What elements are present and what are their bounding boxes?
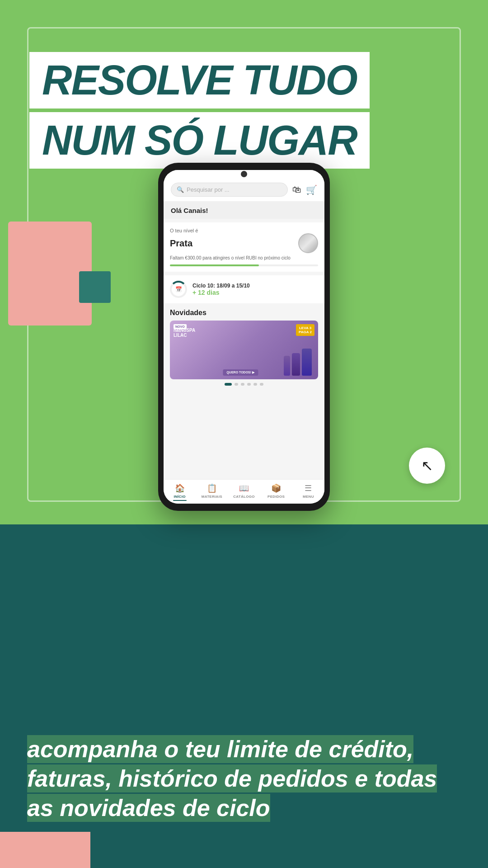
nav-item-menu[interactable]: ☰ MENU	[296, 483, 320, 499]
home-icon: 🏠	[175, 483, 185, 493]
pedidos-icon: 📦	[271, 483, 281, 493]
phone-screen: 🔍 Pesquisar por ... 🛍 🛒 Olá Canais! O te…	[164, 170, 324, 504]
nav-label-menu: MENU	[303, 495, 314, 499]
phone-mockup: 🔍 Pesquisar por ... 🛍 🛒 Olá Canais! O te…	[158, 163, 330, 511]
progress-bar-container	[170, 264, 318, 266]
level-name: Prata	[170, 238, 192, 249]
product-bottle-1	[284, 356, 290, 376]
promo-brand: natNoSPALILAC	[174, 328, 195, 338]
cursor-button[interactable]: ↖	[409, 448, 445, 484]
headline-line1: RESOLVE TUDO	[29, 52, 370, 108]
nav-item-materiais[interactable]: 📋 MATERIAIS	[200, 483, 224, 499]
dot-6[interactable]	[260, 383, 263, 386]
materiais-icon: 📋	[207, 483, 217, 493]
bottom-nav: 🏠 INÍCIO 📋 MATERIAIS 📖 CATÁLOGO 📦 PEDIDO…	[164, 479, 324, 504]
promo-products	[284, 349, 312, 376]
cycle-days: + 12 dias	[192, 289, 250, 296]
level-row: Prata	[170, 233, 318, 253]
nav-underline	[173, 500, 187, 501]
cycle-inner-icon: 📅	[175, 286, 182, 292]
dot-2[interactable]	[235, 383, 238, 386]
promo-leva: LEVA 3PAGA 2	[296, 324, 314, 336]
cycle-card: 📅 Ciclo 10: 18/09 a 15/10 + 12 dias	[164, 275, 324, 303]
phone-body: Olá Canais! O teu nível é Prata Faltam €…	[164, 201, 324, 479]
product-bottle-2	[292, 353, 300, 376]
dot-4[interactable]	[247, 383, 251, 386]
bottom-text: acompanha o teu limite de crédito, fatur…	[27, 735, 461, 823]
menu-icon: ☰	[305, 483, 312, 493]
nav-label-materiais: MATERIAIS	[202, 495, 222, 499]
search-icon: 🔍	[177, 186, 184, 193]
novidades-title: Novidades	[170, 309, 318, 317]
phone-camera	[241, 171, 247, 177]
phone-outer: 🔍 Pesquisar por ... 🛍 🛒 Olá Canais! O te…	[158, 163, 330, 511]
dot-3[interactable]	[241, 383, 244, 386]
novidades-section: Novidades NOVO natNoSPALILAC LEVA 3PAGA …	[164, 303, 324, 390]
bottom-text-container: acompanha o teu limite de crédito, fatur…	[27, 735, 461, 823]
cart-icon[interactable]: 🛒	[306, 184, 317, 195]
level-description: Faltam €300.00 para atingires o nível RU…	[170, 255, 318, 261]
dot-1[interactable]	[225, 383, 232, 386]
cycle-ring-icon: 📅	[170, 281, 187, 298]
greeting-text: Olá Canais!	[171, 207, 317, 214]
level-label: O teu nível é	[170, 228, 318, 233]
promo-cta[interactable]: QUERO TODOS! ▶	[223, 369, 258, 376]
cursor-icon: ↖	[421, 457, 433, 474]
greeting-section: Olá Canais!	[164, 201, 324, 219]
dot-5[interactable]	[253, 383, 257, 386]
cycle-dates: Ciclo 10: 18/09 a 15/10	[192, 283, 250, 289]
wishlist-icon[interactable]: 🛍	[292, 184, 301, 195]
deco-teal-rectangle	[79, 271, 111, 303]
deco-bottom-pink-rectangle	[0, 832, 90, 868]
headline-line2: NUM SÓ LUGAR	[29, 112, 370, 169]
level-badge-icon	[298, 233, 318, 253]
nav-label-pedidos: PEDIDOS	[267, 495, 285, 499]
product-bottle-3	[302, 349, 312, 376]
promo-banner[interactable]: NOVO natNoSPALILAC LEVA 3PAGA 2 QUERO TO…	[170, 321, 318, 379]
nav-label-inicio: INÍCIO	[174, 495, 185, 499]
nav-item-pedidos[interactable]: 📦 PEDIDOS	[264, 483, 288, 499]
headline-text-1: RESOLVE TUDO	[42, 57, 357, 103]
cycle-info: Ciclo 10: 18/09 a 15/10 + 12 dias	[192, 283, 250, 296]
search-placeholder: Pesquisar por ...	[187, 186, 230, 193]
nav-item-catalogo[interactable]: 📖 CATÁLOGO	[232, 483, 256, 499]
headline-text-2: NUM SÓ LUGAR	[42, 117, 357, 163]
dots-container	[170, 383, 318, 387]
level-card: O teu nível é Prata Faltam €300.00 para …	[164, 222, 324, 272]
nav-label-catalogo: CATÁLOGO	[233, 495, 255, 499]
search-bar[interactable]: 🔍 Pesquisar por ...	[171, 183, 288, 197]
catalogo-icon: 📖	[239, 483, 249, 493]
bottom-text-content: acompanha o teu limite de crédito, fatur…	[27, 735, 437, 822]
headline-container: RESOLVE TUDO NUM SÓ LUGAR	[29, 52, 370, 169]
nav-item-inicio[interactable]: 🏠 INÍCIO	[168, 483, 192, 501]
progress-bar-fill	[170, 264, 259, 266]
